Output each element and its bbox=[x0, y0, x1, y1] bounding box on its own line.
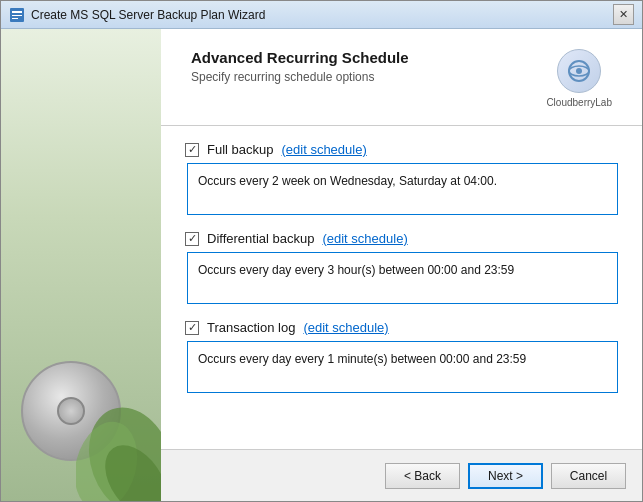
window-icon bbox=[9, 7, 25, 23]
transaction-log-checkbox[interactable] bbox=[185, 321, 199, 335]
logo-icon bbox=[565, 57, 593, 85]
transaction-log-item: Transaction log (edit schedule) Occurs e… bbox=[185, 320, 618, 393]
logo-circle bbox=[557, 49, 601, 93]
full-backup-label: Full backup bbox=[207, 142, 273, 157]
back-button[interactable]: < Back bbox=[385, 463, 460, 489]
main-section: Full backup (edit schedule) Occurs every… bbox=[161, 126, 642, 449]
differential-backup-checkbox[interactable] bbox=[185, 232, 199, 246]
full-backup-box: Occurs every 2 week on Wednesday, Saturd… bbox=[187, 163, 618, 215]
left-panel bbox=[1, 29, 161, 501]
page-subtitle: Specify recurring schedule options bbox=[191, 70, 409, 84]
header-text: Advanced Recurring Schedule Specify recu… bbox=[191, 49, 409, 84]
differential-backup-item: Differential backup (edit schedule) Occu… bbox=[185, 231, 618, 304]
page-title: Advanced Recurring Schedule bbox=[191, 49, 409, 66]
full-backup-description: Occurs every 2 week on Wednesday, Saturd… bbox=[198, 174, 497, 188]
content-area: Advanced Recurring Schedule Specify recu… bbox=[1, 29, 642, 501]
differential-backup-edit-link[interactable]: (edit schedule) bbox=[322, 231, 407, 246]
leaf-decoration bbox=[76, 371, 161, 501]
full-backup-item: Full backup (edit schedule) Occurs every… bbox=[185, 142, 618, 215]
titlebar: Create MS SQL Server Backup Plan Wizard … bbox=[1, 1, 642, 29]
transaction-log-description: Occurs every day every 1 minute(s) betwe… bbox=[198, 352, 526, 366]
next-button[interactable]: Next > bbox=[468, 463, 543, 489]
logo-area: CloudberryLab bbox=[546, 49, 612, 109]
right-panel: Advanced Recurring Schedule Specify recu… bbox=[161, 29, 642, 501]
differential-backup-header: Differential backup (edit schedule) bbox=[185, 231, 618, 246]
footer: < Back Next > Cancel bbox=[161, 449, 642, 501]
transaction-log-box: Occurs every day every 1 minute(s) betwe… bbox=[187, 341, 618, 393]
close-button[interactable]: ✕ bbox=[613, 4, 634, 25]
svg-rect-1 bbox=[12, 11, 22, 13]
differential-backup-description: Occurs every day every 3 hour(s) between… bbox=[198, 263, 514, 277]
differential-backup-label: Differential backup bbox=[207, 231, 314, 246]
transaction-log-edit-link[interactable]: (edit schedule) bbox=[303, 320, 388, 335]
full-backup-checkbox[interactable] bbox=[185, 143, 199, 157]
full-backup-edit-link[interactable]: (edit schedule) bbox=[281, 142, 366, 157]
differential-backup-box: Occurs every day every 3 hour(s) between… bbox=[187, 252, 618, 304]
header-section: Advanced Recurring Schedule Specify recu… bbox=[161, 29, 642, 126]
svg-rect-3 bbox=[12, 18, 18, 19]
cancel-button[interactable]: Cancel bbox=[551, 463, 626, 489]
transaction-log-header: Transaction log (edit schedule) bbox=[185, 320, 618, 335]
svg-point-9 bbox=[576, 68, 582, 74]
logo-text: CloudberryLab bbox=[546, 97, 612, 109]
transaction-log-label: Transaction log bbox=[207, 320, 295, 335]
full-backup-header: Full backup (edit schedule) bbox=[185, 142, 618, 157]
main-window: Create MS SQL Server Backup Plan Wizard … bbox=[0, 0, 643, 502]
svg-rect-2 bbox=[12, 15, 22, 16]
window-title: Create MS SQL Server Backup Plan Wizard bbox=[31, 8, 613, 22]
